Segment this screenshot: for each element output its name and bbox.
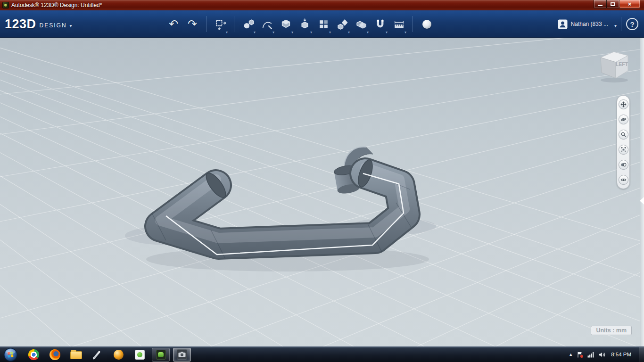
logo-123d: 123D <box>5 17 36 32</box>
firefox-icon <box>50 349 60 360</box>
pan-button[interactable] <box>619 99 628 109</box>
account-menu[interactable]: Nathan (833 ... ▾ <box>558 10 617 38</box>
logo-design-label: DESIGN <box>40 22 67 29</box>
shading-spheres-icon <box>620 162 627 168</box>
minimize-icon <box>598 5 603 6</box>
pan-icon <box>620 101 627 107</box>
toolbar-separator <box>413 16 413 32</box>
measure-tool-button[interactable]: ▾ <box>389 13 408 35</box>
flyout-caret-icon: ▾ <box>405 31 406 34</box>
flyout-caret-icon: ▾ <box>329 31 331 34</box>
panel-collapse-handle[interactable] <box>640 38 644 346</box>
redo-button[interactable]: ↷ <box>183 13 202 35</box>
shading-mode-button[interactable] <box>619 160 628 170</box>
show-desktop-button[interactable] <box>639 347 644 362</box>
sketch-icon <box>261 18 273 30</box>
construct-icon <box>280 18 292 30</box>
amber-ball-icon <box>114 350 124 360</box>
eye-icon <box>620 177 627 183</box>
network-icon[interactable] <box>587 351 594 358</box>
window-title: Autodesk® 123D® Design: Untitled* <box>11 2 102 8</box>
app-menu[interactable]: 123D DESIGN ▾ <box>5 10 72 38</box>
toolbar-separator <box>234 16 234 32</box>
flyout-caret-icon: ▾ <box>348 31 350 34</box>
pattern-tool-button[interactable]: ▾ <box>314 13 333 35</box>
transform-icon <box>215 18 226 30</box>
green-dot-tile-icon <box>135 350 145 360</box>
close-icon: × <box>628 1 632 7</box>
construct-tool-button[interactable]: ▾ <box>276 13 295 35</box>
app-icon <box>2 2 9 8</box>
ruler-icon <box>393 18 405 30</box>
combine-icon <box>355 18 367 30</box>
redo-icon: ↷ <box>188 18 197 30</box>
flyout-caret-icon: ▾ <box>226 31 228 34</box>
flyout-caret-icon: ▾ <box>291 31 293 34</box>
green-tile-taskbar-button[interactable] <box>131 348 149 362</box>
flyout-caret-icon: ▾ <box>272 31 274 34</box>
zoom-button[interactable] <box>619 130 628 140</box>
primitives-tool-button[interactable]: ▾ <box>239 13 257 35</box>
orbit-icon <box>620 116 627 123</box>
minimize-button[interactable] <box>594 0 607 8</box>
tool-strip: ↶ ↷ ▾ ▾ ▾ <box>164 10 436 38</box>
media-app-taskbar-button[interactable] <box>109 348 127 362</box>
close-button[interactable]: × <box>619 0 640 8</box>
action-center-flag-icon[interactable] <box>577 351 584 358</box>
visibility-button[interactable] <box>619 175 628 185</box>
clock[interactable]: 8:54 PM <box>611 352 631 357</box>
pen-app-taskbar-button[interactable] <box>88 348 106 362</box>
sketch-tool-button[interactable]: ▾ <box>257 13 276 35</box>
viewcube-front-label: LEFT <box>616 61 628 67</box>
window-controls: × <box>594 0 640 8</box>
grouping-icon <box>337 18 348 30</box>
zoom-extents-button[interactable] <box>619 145 628 155</box>
model-canvas <box>0 38 644 346</box>
orbit-button[interactable] <box>619 115 628 124</box>
magnet-icon <box>374 18 386 30</box>
flyout-caret-icon: ▾ <box>367 31 369 34</box>
flyout-caret-icon: ▾ <box>254 31 256 34</box>
window-titlebar[interactable]: Autodesk® 123D® Design: Untitled* × <box>0 0 644 10</box>
flyout-caret-icon: ▾ <box>386 31 388 34</box>
modify-tool-button[interactable]: ▾ <box>295 13 314 35</box>
maximize-button[interactable] <box>606 0 619 8</box>
magnifier-icon <box>620 132 627 138</box>
snap-tool-button[interactable]: ▾ <box>371 13 389 35</box>
toolbar-separator <box>621 17 621 31</box>
firefox-taskbar-button[interactable] <box>46 348 64 362</box>
viewcube[interactable]: LEFT <box>594 44 635 85</box>
desktop: Autodesk® 123D® Design: Untitled* × 123D… <box>0 0 644 362</box>
combine-tool-button[interactable]: ▾ <box>352 13 371 35</box>
tray-expand-button[interactable]: ▲ <box>569 352 573 357</box>
taskbar: ▲ 8:54 PM <box>0 346 644 362</box>
chrome-taskbar-button[interactable] <box>25 348 42 362</box>
grouping-tool-button[interactable]: ▾ <box>333 13 352 35</box>
transform-tool-button[interactable]: ▾ <box>211 13 230 35</box>
navigation-bar <box>617 95 630 189</box>
material-tool-button[interactable] <box>417 13 436 35</box>
undo-icon: ↶ <box>169 18 178 30</box>
chevron-down-icon: ▾ <box>70 23 72 28</box>
viewport-3d[interactable]: LEFT <box>0 38 644 346</box>
green-app-taskbar-button[interactable] <box>152 348 170 362</box>
modify-icon <box>299 18 311 30</box>
start-button[interactable] <box>3 347 18 362</box>
active-app-taskbar-button[interactable] <box>173 348 191 362</box>
volume-icon[interactable] <box>598 352 605 358</box>
tube-model[interactable] <box>152 158 411 258</box>
primitives-icon <box>242 18 254 30</box>
avatar-icon <box>558 19 568 29</box>
collapse-arrow-icon <box>640 197 644 205</box>
toolbar-separator <box>206 16 206 32</box>
undo-button[interactable]: ↶ <box>164 13 183 35</box>
system-tray: ▲ 8:54 PM <box>569 347 644 362</box>
pattern-icon <box>318 18 330 30</box>
chevron-down-icon: ▾ <box>614 23 617 28</box>
help-button[interactable]: ? <box>626 18 638 30</box>
explorer-taskbar-button[interactable] <box>67 348 85 362</box>
chrome-icon <box>28 349 39 360</box>
fit-view-icon <box>620 147 627 153</box>
ground-grid <box>0 38 644 346</box>
units-label[interactable]: Units : mm <box>591 326 632 335</box>
